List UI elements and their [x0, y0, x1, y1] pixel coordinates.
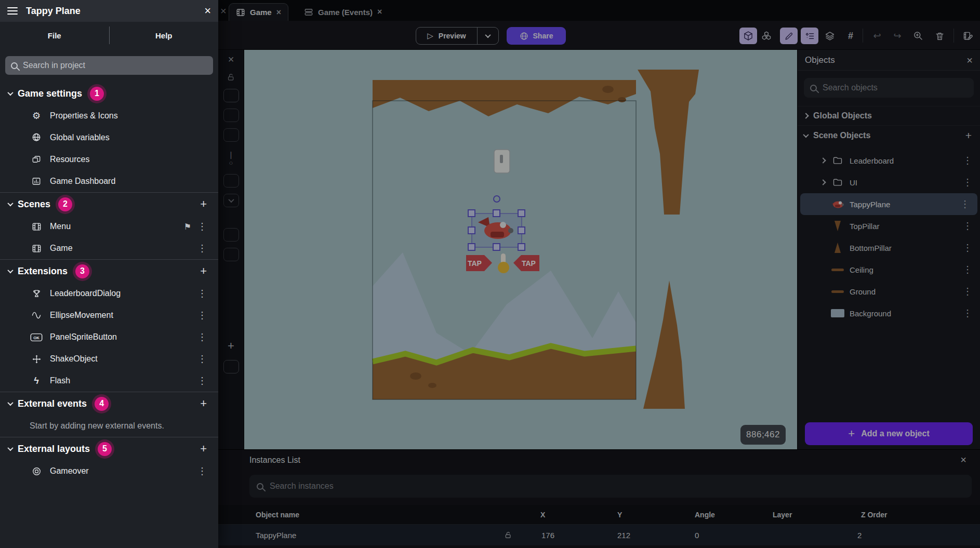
item-properties-icons[interactable]: ⚙ Properties & Icons [0, 105, 218, 127]
column-z-order[interactable]: Z Order [861, 511, 888, 519]
instances-search[interactable] [249, 475, 972, 498]
object-folder-leaderboard[interactable]: Leaderboard ⋮ [798, 150, 980, 171]
edit-scene-properties-button[interactable] [959, 28, 977, 44]
edit-mode-button[interactable] [780, 28, 798, 44]
zoom-button[interactable] [909, 28, 927, 44]
scene-canvas[interactable]: TAP TAP 886;462 [244, 50, 797, 449]
strip-button[interactable] [223, 360, 239, 373]
objects-search-input[interactable] [823, 83, 968, 92]
external-layout-gameover[interactable]: Gameover ⋮ [0, 460, 218, 482]
kebab-menu-icon[interactable]: ⋮ [963, 178, 972, 187]
add-object-icon[interactable]: + [965, 129, 972, 142]
object-folder-ui[interactable]: UI ⋮ [798, 171, 980, 193]
project-search-input[interactable] [23, 61, 207, 70]
extension-shakeobject[interactable]: ShakeObject ⋮ [0, 348, 218, 370]
tab-close-icon[interactable]: × [377, 8, 382, 16]
kebab-menu-icon[interactable]: ⋮ [197, 332, 207, 342]
column-angle[interactable]: Angle [695, 511, 715, 519]
column-layer[interactable]: Layer [773, 511, 792, 519]
add-new-object-button[interactable]: + Add a new object [805, 422, 973, 445]
delete-button[interactable] [931, 28, 948, 44]
section-external-layouts[interactable]: External layouts 5 + [0, 437, 218, 460]
project-manager-close-icon[interactable]: × [204, 5, 211, 17]
tab-game-scene[interactable]: Game × [229, 3, 288, 21]
kebab-menu-icon[interactable]: ⋮ [963, 309, 972, 318]
section-game-settings[interactable]: Game settings 1 [0, 82, 218, 105]
item-game-dashboard[interactable]: Game Dashboard [0, 170, 218, 192]
object-row-ceiling[interactable]: Ceiling ⋮ [798, 259, 980, 280]
hidden-tab-close-icon[interactable]: × [220, 6, 227, 16]
object-row-toppillar[interactable]: TopPillar ⋮ [798, 215, 980, 237]
toggle-3d-view-button[interactable] [739, 28, 757, 44]
preview-button[interactable]: ▷ Preview [416, 28, 478, 44]
ceiling-instance[interactable] [373, 80, 636, 116]
instances-search-input[interactable] [270, 482, 964, 491]
object-row-bottompillar[interactable]: BottomPillar ⋮ [798, 237, 980, 259]
redo-button[interactable]: ↪ [889, 28, 906, 44]
object-row-background[interactable]: Background ⋮ [798, 302, 980, 324]
top-pillar-instance[interactable] [638, 70, 699, 215]
strip-button[interactable] [223, 128, 239, 142]
kebab-menu-icon[interactable]: ⋮ [960, 199, 970, 209]
global-objects-section[interactable]: Global Objects [798, 106, 980, 126]
menu-help[interactable]: Help [110, 31, 219, 40]
instance-row-tappyplane[interactable]: TappyPlane 176 212 0 2 [218, 525, 980, 545]
instances-list-button[interactable] [801, 28, 818, 44]
strip-add-icon[interactable]: + [228, 339, 234, 353]
strip-dropdown-button[interactable] [223, 194, 239, 207]
extension-flash[interactable]: ϟ Flash ⋮ [0, 370, 218, 392]
kebab-menu-icon[interactable]: ⋮ [197, 354, 207, 364]
project-search[interactable] [5, 56, 213, 75]
section-scenes[interactable]: Scenes 2 + [0, 193, 218, 216]
column-x[interactable]: X [540, 511, 545, 519]
extension-leaderboarddialog[interactable]: LeaderboardDialog ⋮ [0, 283, 218, 304]
item-resources[interactable]: Resources [0, 149, 218, 170]
strip-button[interactable] [223, 228, 239, 242]
section-external-events[interactable]: External events 4 + [0, 392, 218, 415]
instances-panel-close-icon[interactable]: × [960, 455, 966, 465]
kebab-menu-icon[interactable]: ⋮ [963, 287, 972, 296]
column-object-name[interactable]: Object name [256, 511, 299, 519]
kebab-menu-icon[interactable]: ⋮ [963, 221, 972, 231]
tab-game-events[interactable]: Game (Events) × [297, 3, 389, 21]
kebab-menu-icon[interactable]: ⋮ [963, 265, 972, 274]
objects-search[interactable] [804, 78, 974, 98]
unlock-icon[interactable] [504, 531, 512, 539]
kebab-menu-icon[interactable]: ⋮ [963, 156, 972, 165]
column-y[interactable]: Y [617, 511, 622, 519]
rotation-handle[interactable] [494, 196, 500, 202]
extension-ellipsemovement[interactable]: EllipseMovement ⋮ [0, 304, 218, 326]
object-row-ground[interactable]: Ground ⋮ [798, 280, 980, 302]
instance-x[interactable]: 176 [541, 531, 554, 540]
objects-panel-close-icon[interactable]: × [966, 55, 973, 65]
menu-file[interactable]: File [0, 31, 109, 40]
kebab-menu-icon[interactable]: ⋮ [197, 289, 207, 298]
panel-close-icon[interactable]: × [228, 54, 234, 64]
scene-objects-section[interactable]: Scene Objects + [798, 126, 980, 145]
instance-y[interactable]: 212 [617, 531, 630, 540]
layers-button[interactable] [821, 28, 839, 44]
grid-button[interactable]: # [842, 28, 859, 44]
add-extension-icon[interactable]: + [200, 264, 207, 278]
scene-item-menu[interactable]: Menu ⚑ ⋮ [0, 216, 218, 237]
kebab-menu-icon[interactable]: ⋮ [963, 243, 972, 252]
kebab-menu-icon[interactable]: ⋮ [197, 376, 207, 385]
add-scene-icon[interactable]: + [200, 197, 207, 211]
share-button[interactable]: Share [507, 27, 566, 45]
hamburger-menu-icon[interactable] [7, 7, 18, 15]
section-extensions[interactable]: Extensions 3 + [0, 260, 218, 283]
strip-button[interactable] [223, 174, 239, 188]
item-global-variables[interactable]: Global variables [0, 127, 218, 149]
undo-button[interactable]: ↩ [868, 28, 886, 44]
scene-item-game[interactable]: Game ⋮ [0, 237, 218, 259]
preview-options-button[interactable] [478, 28, 498, 44]
add-external-layout-icon[interactable]: + [200, 442, 207, 456]
add-external-event-icon[interactable]: + [200, 397, 207, 410]
bottom-pillar-instance[interactable] [643, 280, 685, 409]
strip-button[interactable] [223, 109, 239, 122]
objects-list-button[interactable] [758, 28, 775, 44]
kebab-menu-icon[interactable]: ⋮ [197, 466, 207, 476]
item-sprite[interactable] [494, 150, 510, 173]
strip-button[interactable] [223, 89, 239, 102]
strip-button[interactable] [223, 248, 239, 261]
